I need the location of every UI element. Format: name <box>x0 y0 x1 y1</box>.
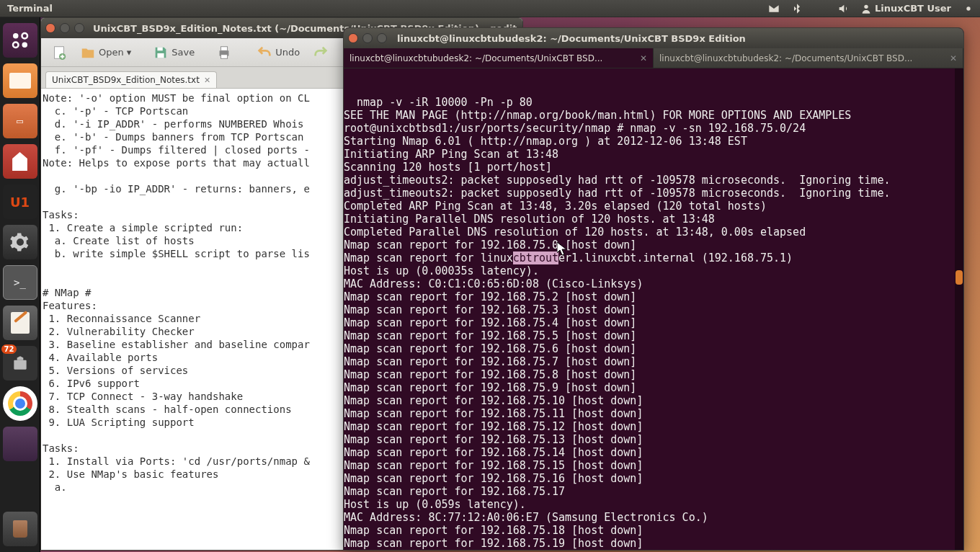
libreoffice-impress-icon[interactable]: ▭ <box>3 104 37 138</box>
maximize-button[interactable] <box>377 33 387 43</box>
user-name: LinuxCBT User <box>875 3 951 14</box>
gedit-launcher-icon[interactable] <box>3 306 37 340</box>
terminal-tab-label: linuxcbt@linuxcbtubudesk2: ~/Documents/U… <box>349 53 602 63</box>
svg-point-3 <box>22 33 27 39</box>
close-button[interactable] <box>45 23 55 33</box>
save-button[interactable]: Save <box>148 42 199 63</box>
close-tab-icon[interactable]: ✕ <box>204 76 210 85</box>
network-icon[interactable] <box>808 3 832 14</box>
terminal-titlebar[interactable]: linuxcbt@linuxcbtubudesk2: ~/Documents/U… <box>344 28 963 48</box>
workspace-switcher-icon[interactable] <box>3 427 37 461</box>
trash-icon[interactable] <box>3 512 37 546</box>
close-tab-icon[interactable]: ✕ <box>950 53 957 63</box>
gedit-tab-label: UnixCBT_BSD9x_Edition_Notes.txt <box>52 75 200 85</box>
terminal-tab-bar: linuxcbt@linuxcbtubudesk2: ~/Documents/U… <box>344 48 963 68</box>
scrollbar-thumb[interactable] <box>956 270 963 285</box>
unity-launcher: ▭ 72 <box>0 17 40 552</box>
nautilus-launcher-icon[interactable] <box>3 63 37 98</box>
svg-point-2 <box>13 33 19 39</box>
close-tab-icon[interactable]: ✕ <box>640 53 647 63</box>
svg-point-1 <box>966 6 970 10</box>
ubuntu-one-icon[interactable] <box>3 184 37 219</box>
top-panel: Terminal LinuxCBT User <box>0 0 980 17</box>
terminal-title: linuxcbt@linuxcbtubudesk2: ~/Documents/U… <box>397 33 746 44</box>
svg-rect-13 <box>221 54 228 58</box>
focused-app-name: Terminal <box>0 3 53 14</box>
system-settings-icon[interactable] <box>3 225 37 259</box>
sound-icon[interactable] <box>832 3 855 14</box>
terminal-tab[interactable]: linuxcbt@linuxcbtubudesk2: ~/Documents/U… <box>654 48 963 68</box>
dash-home-icon[interactable] <box>3 23 37 58</box>
minimize-button[interactable] <box>362 33 373 43</box>
maximize-button[interactable] <box>74 23 84 33</box>
svg-rect-9 <box>158 47 163 50</box>
software-center-icon[interactable] <box>3 144 37 179</box>
terminal-launcher-icon[interactable] <box>3 265 37 300</box>
software-updater-icon[interactable]: 72 <box>3 346 37 380</box>
svg-rect-12 <box>221 46 228 50</box>
gedit-tab[interactable]: UnixCBT_BSD9x_Edition_Notes.txt ✕ <box>45 71 217 88</box>
svg-point-4 <box>13 43 19 48</box>
terminal-tab[interactable]: linuxcbt@linuxcbtubudesk2: ~/Documents/U… <box>344 48 654 68</box>
print-button[interactable] <box>212 42 236 63</box>
terminal-tab-label: linuxcbt@linuxcbtubudesk2: ~/Documents/U… <box>659 53 912 63</box>
session-icon[interactable] <box>957 3 980 14</box>
terminal-window: linuxcbt@linuxcbtubudesk2: ~/Documents/U… <box>343 27 964 551</box>
svg-point-5 <box>22 43 27 48</box>
redo-button[interactable] <box>308 42 333 63</box>
scrollbar[interactable] <box>955 68 963 550</box>
new-doc-button[interactable] <box>47 42 71 63</box>
close-button[interactable] <box>348 33 358 43</box>
updates-badge: 72 <box>1 344 17 354</box>
bluetooth-icon[interactable] <box>785 3 808 14</box>
terminal-output[interactable]: nmap -v -iR 10000 -Pn -p 80SEE THE MAN P… <box>344 68 963 550</box>
chrome-launcher-icon[interactable] <box>3 386 37 421</box>
svg-rect-10 <box>158 53 164 57</box>
mail-indicator-icon[interactable] <box>762 3 785 14</box>
minimize-button[interactable] <box>60 23 70 33</box>
undo-button[interactable]: Undo <box>252 42 304 63</box>
open-button[interactable]: Open ▾ <box>76 42 135 63</box>
svg-rect-6 <box>14 360 26 370</box>
svg-point-0 <box>864 4 868 8</box>
user-menu[interactable]: LinuxCBT User <box>855 3 957 14</box>
